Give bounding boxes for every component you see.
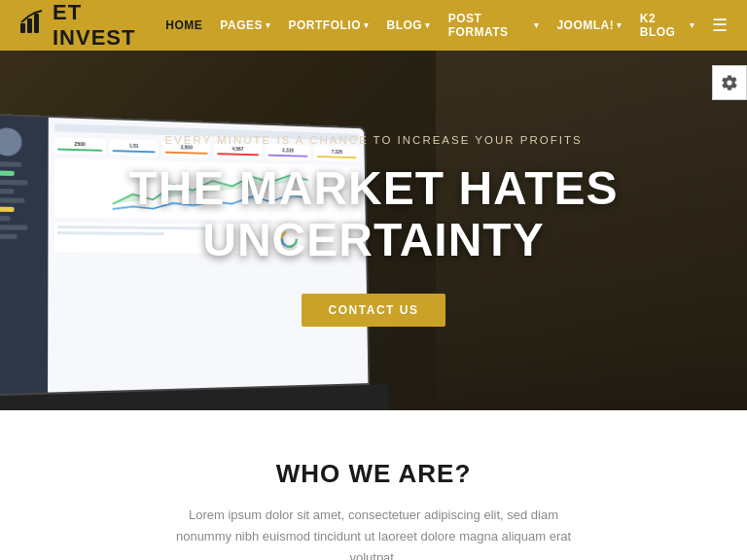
post-formats-caret: ▾: [534, 20, 540, 30]
nav-link-pages[interactable]: PAGES ▾: [220, 18, 270, 32]
nav-link-blog[interactable]: BLOG ▾: [386, 18, 430, 32]
hamburger-icon[interactable]: ☰: [712, 16, 728, 35]
svg-rect-2: [34, 14, 39, 33]
svg-rect-0: [20, 23, 25, 33]
hero-section: 2500 1.51 2,500 4,567: [0, 51, 747, 410]
nav-link-home[interactable]: HOME: [165, 18, 202, 32]
settings-button[interactable]: [712, 65, 747, 100]
nav-item-k2blog[interactable]: K2 BLOG ▾: [640, 12, 694, 39]
logo-icon: [19, 10, 45, 41]
nav-item-post-formats[interactable]: POST FORMATS ▾: [448, 12, 540, 39]
hero-content: EVERY MINUTE IS A CHANCE TO INCREASE YOU…: [0, 51, 747, 410]
main-nav: HOME PAGES ▾ PORTFOLIO ▾ BLOG ▾ POST FOR…: [165, 12, 728, 39]
blog-caret: ▾: [425, 20, 431, 30]
svg-rect-1: [27, 18, 32, 33]
hero-title-line2: UNCERTAINTY: [202, 214, 544, 265]
nav-link-post-formats[interactable]: POST FORMATS ▾: [448, 12, 540, 39]
hero-title-line1: THE MARKET HATES: [128, 162, 618, 214]
nav-hamburger[interactable]: ☰: [712, 15, 728, 36]
nav-link-k2blog[interactable]: K2 BLOG ▾: [640, 12, 694, 39]
joomla-caret: ▾: [617, 20, 622, 30]
nav-item-pages[interactable]: PAGES ▾: [220, 18, 270, 32]
gear-icon: [721, 74, 738, 91]
pages-caret: ▾: [266, 20, 271, 30]
navbar: ET INVEST HOME PAGES ▾ PORTFOLIO ▾ BLOG …: [0, 0, 747, 51]
portfolio-caret: ▾: [364, 20, 370, 30]
k2blog-caret: ▾: [690, 20, 695, 30]
brand-title: ET INVEST: [53, 0, 165, 51]
who-we-are-section: WHO WE ARE? Lorem ipsum dolor sit amet, …: [0, 410, 747, 560]
hero-cta-button[interactable]: CONTACT US: [302, 294, 446, 327]
nav-item-blog[interactable]: BLOG ▾: [386, 18, 430, 32]
who-description: Lorem ipsum dolor sit amet, consectetuer…: [169, 505, 578, 560]
brand-logo[interactable]: ET INVEST: [19, 0, 165, 51]
nav-item-home[interactable]: HOME: [165, 18, 202, 32]
nav-link-portfolio[interactable]: PORTFOLIO ▾: [288, 18, 369, 32]
who-heading: WHO WE ARE?: [19, 459, 728, 489]
hero-title: THE MARKET HATES UNCERTAINTY: [128, 163, 618, 266]
nav-item-portfolio[interactable]: PORTFOLIO ▾: [288, 18, 369, 32]
nav-link-joomla[interactable]: JOOMLA! ▾: [556, 18, 622, 32]
hero-subtitle: EVERY MINUTE IS A CHANCE TO INCREASE YOU…: [164, 134, 582, 146]
nav-item-joomla[interactable]: JOOMLA! ▾: [556, 18, 622, 32]
